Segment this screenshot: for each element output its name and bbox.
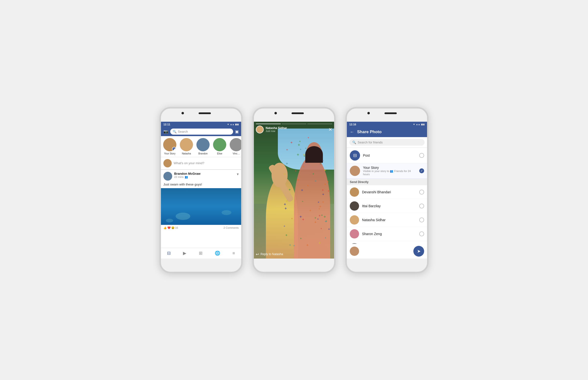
phone-bottom-1 bbox=[161, 259, 241, 272]
story-item-0[interactable]: + Your Story bbox=[162, 138, 177, 155]
post-audience-icon: 👥 bbox=[185, 175, 188, 179]
story-name-3: Elise bbox=[217, 152, 222, 155]
phone-top-3 bbox=[347, 109, 427, 122]
nav-play-icon[interactable]: ▶ bbox=[183, 250, 186, 256]
post-text: Just swam with these guys! bbox=[161, 183, 241, 188]
reaction-count: 16 bbox=[175, 226, 178, 229]
story-item-2[interactable]: Brandon bbox=[196, 138, 210, 155]
status-icons-1: ▼ ▲▲ ▮▮▮ bbox=[227, 123, 239, 126]
friend-radio-0[interactable] bbox=[419, 190, 424, 194]
share-option-story[interactable]: Your Story Visible in your story to 👥 Fr… bbox=[347, 163, 427, 179]
search-placeholder-3: Search for friends bbox=[358, 140, 383, 144]
post-reactions: 👍 ❤️ 😮 16 2 Comments bbox=[161, 225, 241, 231]
wow-icon: 😮 bbox=[171, 226, 175, 229]
back-icon[interactable]: ← bbox=[350, 130, 354, 135]
friend-name-2: Natasha Sidhar bbox=[362, 218, 416, 222]
friend-item-2[interactable]: Natasha Sidhar bbox=[347, 213, 427, 227]
post-author-avatar bbox=[163, 172, 172, 181]
camera-icon[interactable]: 📷 bbox=[163, 129, 168, 134]
fish-shape-2 bbox=[222, 210, 231, 215]
story-radio[interactable]: ✓ bbox=[419, 168, 424, 173]
comments-count: 2 Comments bbox=[223, 226, 239, 229]
story-add-icon: + bbox=[172, 147, 176, 151]
screen-1: 12:11 ▼ ▲▲ ▮▮▮ 📷 🔍 Search ▣ + Your Story bbox=[161, 122, 241, 259]
share-bottom: ➤ bbox=[347, 244, 427, 259]
friend-radio-1[interactable] bbox=[419, 204, 424, 209]
story-viewer: ++++++++++++++++++++++++++++++++++++++++… bbox=[254, 122, 334, 259]
like-icon: 👍 bbox=[163, 226, 167, 229]
phone-story: ++++++++++++++++++++++++++++++++++++++++… bbox=[252, 107, 336, 273]
story-user-info: Natasha Sidhar Just now bbox=[256, 126, 287, 133]
story-option-label: Your Story bbox=[363, 166, 416, 170]
sender-avatar bbox=[350, 247, 359, 256]
screen-2: ++++++++++++++++++++++++++++++++++++++++… bbox=[254, 122, 334, 259]
phone-top-1 bbox=[161, 109, 241, 122]
wom-avatar bbox=[163, 159, 172, 167]
story-option-sub: Visible in your story to 👥 Friends for 2… bbox=[363, 170, 416, 176]
story-user-name: Natasha Sidhar bbox=[266, 126, 287, 130]
speaker-2 bbox=[292, 113, 304, 114]
search-icon: 🔍 bbox=[173, 130, 177, 133]
phone-feed: 12:11 ▼ ▲▲ ▮▮▮ 📷 🔍 Search ▣ + Your Story bbox=[160, 107, 243, 273]
send-button[interactable]: ➤ bbox=[413, 246, 424, 257]
post-time: 22 mins bbox=[174, 175, 184, 178]
friend-item-3[interactable]: Sharon Zeng bbox=[347, 227, 427, 241]
story-name-0: Your Story bbox=[164, 152, 175, 155]
signal-icon-3: ▼ bbox=[413, 123, 415, 126]
search-placeholder: Search bbox=[178, 130, 188, 133]
friend-search-input[interactable]: 🔍 Search for friends bbox=[349, 139, 425, 146]
search-input-container[interactable]: 🔍 Search bbox=[170, 129, 233, 135]
phone-bottom-2 bbox=[254, 259, 334, 272]
post-card: Brandon McGraw 22 mins 👥 ▾ Just swam wit… bbox=[161, 170, 241, 231]
post-radio[interactable] bbox=[419, 153, 424, 158]
story-avatar-3 bbox=[213, 138, 226, 151]
story-close-icon[interactable]: ✕ bbox=[328, 127, 332, 132]
story-item-3[interactable]: Elise bbox=[212, 138, 227, 155]
battery-icon-3: ▮▮▮ bbox=[421, 123, 425, 126]
story-user-text: Natasha Sidhar Just now bbox=[266, 126, 287, 133]
story-item-1[interactable]: Natasha bbox=[179, 138, 194, 155]
reply-arrow-icon: ↩ bbox=[256, 252, 259, 257]
whats-on-mind[interactable]: What's on your mind? bbox=[161, 157, 241, 170]
nav-store-icon[interactable]: ⊞ bbox=[199, 250, 203, 256]
status-time-3: 12:16 bbox=[349, 123, 356, 126]
camera-dot-1 bbox=[182, 112, 184, 114]
friend-item-1[interactable]: Ittai Barzilay bbox=[347, 199, 427, 213]
status-time-1: 12:11 bbox=[163, 123, 170, 126]
speaker-3 bbox=[385, 113, 397, 114]
share-search[interactable]: 🔍 Search for friends bbox=[347, 137, 427, 148]
send-directly-label: Send Directly bbox=[347, 179, 427, 185]
post-meta: 22 mins 👥 bbox=[174, 175, 201, 179]
story-item-4[interactable]: Vinc… bbox=[229, 138, 241, 155]
nav-home-icon[interactable]: ⊟ bbox=[167, 250, 171, 256]
share-option-post[interactable]: ⊟ Post bbox=[347, 148, 427, 163]
speaker-1 bbox=[199, 113, 211, 114]
camera-dot-2 bbox=[274, 112, 277, 114]
story-name-4: Vinc… bbox=[233, 152, 240, 155]
story-user-time: Just now bbox=[266, 130, 287, 133]
fish-shape-3 bbox=[166, 219, 173, 222]
post-more-icon[interactable]: ▾ bbox=[237, 172, 239, 176]
nav-globe-icon[interactable]: 🌐 bbox=[215, 250, 220, 256]
nav-menu-icon[interactable]: ≡ bbox=[232, 251, 235, 256]
friend-item-0[interactable]: Devanshi Bhandari bbox=[347, 185, 427, 199]
post-option-label: Post bbox=[363, 153, 416, 157]
post-icon-glyph: ⊟ bbox=[353, 153, 357, 158]
camera-dot-3 bbox=[367, 112, 370, 114]
story-reply-bar[interactable]: ↩ Reply to Natasha bbox=[256, 252, 332, 257]
wifi-icon-3: ▲▲ bbox=[416, 123, 420, 126]
friend-radio-3[interactable] bbox=[419, 231, 424, 236]
status-icons-3: ▼ ▲▲ ▮▮▮ bbox=[413, 123, 425, 126]
friend-name-0: Devanshi Bhandari bbox=[362, 190, 416, 194]
wom-text: What's on your mind? bbox=[174, 161, 204, 165]
status-bar-1: 12:11 ▼ ▲▲ ▮▮▮ bbox=[161, 122, 241, 127]
friend-radio-2[interactable] bbox=[419, 217, 424, 222]
friend-name-3: Sharon Zeng bbox=[362, 232, 416, 236]
post-author-name: Brandon McGraw bbox=[174, 172, 201, 175]
signal-icon: ▼ bbox=[227, 123, 229, 126]
stories-row: + Your Story Natasha Brandon Elise Vinc… bbox=[161, 136, 241, 157]
story-option-avatar bbox=[350, 166, 360, 176]
story-avatar-4 bbox=[230, 138, 241, 151]
friend-name-1: Ittai Barzilay bbox=[362, 204, 416, 208]
messenger-icon[interactable]: ▣ bbox=[235, 129, 239, 134]
